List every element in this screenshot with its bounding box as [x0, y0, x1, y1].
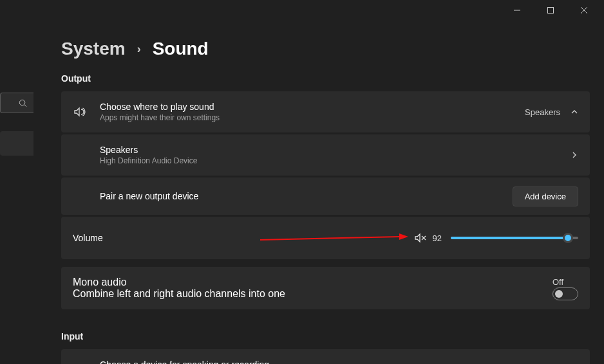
svg-point-4 [19, 100, 24, 105]
input-choose-title: Choose a device for speaking or recordin… [100, 359, 516, 364]
svg-line-5 [24, 104, 26, 106]
slider-thumb[interactable] [563, 233, 573, 243]
mute-button[interactable] [413, 232, 426, 244]
sidebar-fragment [0, 93, 33, 156]
close-button[interactable] [569, 0, 599, 21]
pair-device-label: Pair a new output device [100, 191, 513, 201]
input-section-header: Input [61, 331, 590, 341]
close-icon [581, 7, 587, 14]
breadcrumb: System › Sound [61, 39, 590, 59]
pair-device-row: Pair a new output device Add device [61, 177, 590, 215]
output-choose-subtitle: Apps might have their own settings [100, 113, 525, 122]
add-device-button[interactable]: Add device [513, 187, 578, 206]
volume-slider[interactable] [451, 237, 578, 239]
output-device-desc: High Definition Audio Device [100, 156, 571, 165]
mono-audio-title: Mono audio [73, 277, 552, 288]
volume-card: Volume 92 [61, 217, 590, 259]
main-content: System › Sound Output Choose where to pl… [61, 39, 590, 364]
page-title: Sound [153, 39, 209, 59]
maximize-icon [547, 7, 554, 14]
output-choose-card[interactable]: Choose where to play sound Apps might ha… [61, 91, 590, 132]
sidebar-item[interactable] [0, 131, 33, 156]
output-choose-title: Choose where to play sound [100, 102, 525, 112]
minimize-icon [514, 7, 520, 14]
mono-audio-subtitle: Combine left and right audio channels in… [73, 288, 552, 300]
output-section-header: Output [61, 73, 590, 84]
search-input[interactable] [0, 93, 33, 113]
mono-toggle-state: Off [552, 277, 563, 287]
output-selected-device: Speakers [525, 107, 560, 117]
annotation-arrow [260, 233, 408, 242]
minimize-button[interactable] [502, 0, 532, 21]
mono-toggle[interactable] [552, 287, 578, 300]
volume-label: Volume [73, 233, 103, 243]
maximize-button[interactable] [536, 0, 565, 21]
svg-line-6 [260, 237, 401, 240]
chevron-up-icon [571, 108, 578, 116]
input-choose-card[interactable]: Choose a device for speaking or recordin… [61, 349, 590, 364]
search-icon [19, 99, 27, 107]
volume-value: 92 [433, 233, 442, 243]
output-device-row[interactable]: Speakers High Definition Audio Device [61, 134, 590, 176]
chevron-right-icon: › [137, 42, 141, 56]
speaker-icon [73, 105, 100, 118]
svg-marker-7 [399, 233, 408, 240]
chevron-right-icon [571, 151, 578, 159]
volume-mute-icon [413, 232, 426, 244]
window-controls [502, 0, 604, 21]
toggle-knob [555, 290, 563, 298]
slider-fill [451, 237, 568, 239]
mono-audio-card[interactable]: Mono audio Combine left and right audio … [61, 267, 590, 309]
svg-rect-1 [548, 8, 554, 14]
breadcrumb-parent[interactable]: System [61, 39, 126, 59]
output-device-name: Speakers [100, 145, 571, 155]
